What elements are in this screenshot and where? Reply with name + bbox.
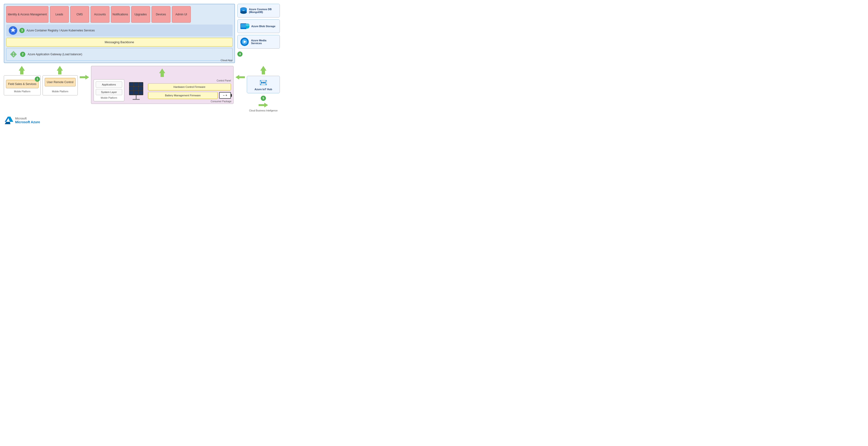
services-row: Identity & Access Management Leads CMS A… [6,6,232,23]
azure-blob-card: Azure Blob Storage [237,20,280,33]
badge-5: 5 [261,96,266,101]
svg-text:DB: DB [243,10,245,11]
svg-rect-31 [139,83,143,86]
azure-iot-label: Azure IoT Hub [255,88,272,91]
azure-services-column: DB Azure Cosmos DB (MongoDB) Azure Blob … [237,4,280,63]
svg-marker-22 [80,75,89,79]
svg-rect-33 [134,87,138,90]
svg-point-52 [260,80,261,81]
app-gateway: 2 Azure Application Gateway (Load balanc… [6,48,232,61]
cloud-bi-label: Cloud Business Intellgence [249,109,278,112]
azure-logo-icon [5,117,13,124]
svg-point-16 [246,23,249,26]
svg-point-8 [240,11,247,14]
field-sales-platform-label: Mobile Platform [14,90,30,93]
user-remote-inner: User Remote Control [45,78,75,87]
cloud-app-container: Identity & Access Management Leads CMS A… [4,4,235,63]
bottom-row: 1 Field Sales & Services Mobile Platform… [4,66,280,112]
svg-marker-40 [236,75,245,79]
cloud-app-row: Identity & Access Management Leads CMS A… [4,4,280,63]
svg-rect-37 [139,91,143,95]
user-remote-box: User Remote Control Mobile Platform [42,75,78,95]
arrow-right-1 [80,66,89,80]
left-mobile-group: 1 Field Sales & Services Mobile Platform… [4,66,78,95]
battery-icon: − + [219,92,231,99]
up-arrow-left-2 [56,66,63,74]
service-upgrades: Upgrades [131,6,150,23]
user-remote-platform-label: Mobile Platform [52,90,68,93]
svg-point-53 [266,80,267,81]
blob-storage-icon [240,22,249,31]
svg-marker-59 [5,122,10,124]
up-arrow-right [260,66,267,74]
app-gateway-label: Azure Application Gateway (Load balancer… [28,53,82,56]
aks-label: Azure Container Registry / Azure Kuberne… [27,29,95,32]
up-arrow-center [159,68,166,77]
system-layer-box: System Layer [96,89,122,95]
field-sales-box: 1 Field Sales & Services Mobile Platform [4,75,41,95]
consumer-package: Applications System Layer Mobile Platfor… [91,66,234,104]
left-arrow-svg [236,74,245,80]
messaging-backbone: Messaging Backbone [6,38,232,46]
blob-storage-label: Azure Blob Storage [251,25,275,28]
svg-rect-36 [134,91,138,95]
media-services-icon [240,37,249,46]
mobile-platform-inner-label: Mobile Platform [96,97,122,99]
svg-rect-14 [241,27,246,27]
svg-rect-34 [139,87,143,90]
applications-box: Applications [96,81,122,88]
kubernetes-icon [8,26,18,35]
azure-cosmos-card: DB Azure Cosmos DB (MongoDB) [237,4,280,18]
svg-point-54 [260,84,261,85]
service-leads: Leads [50,6,69,23]
svg-marker-20 [19,66,25,74]
badge-2: 2 [20,52,25,57]
hardware-firmware-box: Hardware Control Firmware [148,83,231,91]
svg-marker-21 [57,66,63,74]
up-arrow-left-1 [18,66,25,74]
badge-4: 4 [237,52,243,57]
media-services-label: Azure Media Services [251,39,277,45]
azure-iot-column: Azure IoT Hub 5 Cloud Business Intellgen… [247,66,280,112]
service-accounts: Accounts [91,6,110,23]
cosmos-db-icon: DB [240,6,247,15]
battery-firmware-box: Battery Management Firmware [148,92,218,99]
service-notifications: Notifications [111,6,130,23]
battery-minus: − [223,94,224,97]
gateway-icon [9,50,18,59]
aks-row: 3 Azure Container Registry / Azure Kuber… [6,25,232,36]
badge-3: 3 [20,28,25,33]
service-admin-ui: Admin UI [172,6,191,23]
mobile-boxes: 1 Field Sales & Services Mobile Platform… [4,75,78,95]
battery-plus: + [225,94,227,97]
svg-rect-32 [129,87,133,90]
svg-rect-12 [241,24,246,25]
field-sales-inner: Field Sales & Services [6,80,38,88]
badge-1: 1 [35,76,40,82]
svg-rect-29 [129,83,133,86]
up-arrows-left [4,66,78,74]
cloud-app-label: Cloud App [221,59,232,62]
svg-marker-41 [260,66,267,74]
consumer-package-label: Consumer Package [211,100,231,103]
consumer-inner: Applications System Layer Mobile Platfor… [94,79,231,101]
badge5-row: 5 [261,96,266,101]
solar-panel-icon [128,81,145,100]
mobile-platform-inner: Applications System Layer Mobile Platfor… [94,79,124,101]
ms-azure-logo: Microsoft Microsoft Azure [4,117,280,124]
arrow-right-iot [258,102,268,108]
service-iam: Identity & Access Management [6,6,49,23]
service-cms: CMS [70,6,89,23]
svg-rect-30 [134,83,138,86]
right-arrow-svg [80,74,89,80]
svg-rect-13 [241,26,246,26]
control-panel-label: Control Panel [148,79,231,82]
arrow-left-1 [236,66,245,80]
svg-point-55 [266,84,267,85]
svg-marker-58 [8,117,13,122]
service-devices: Devices [152,6,170,23]
azure-iot-card: Azure IoT Hub [247,76,280,93]
solar-panel-area [127,79,146,101]
svg-marker-56 [258,103,268,107]
consumer-up-arrow [94,68,231,78]
